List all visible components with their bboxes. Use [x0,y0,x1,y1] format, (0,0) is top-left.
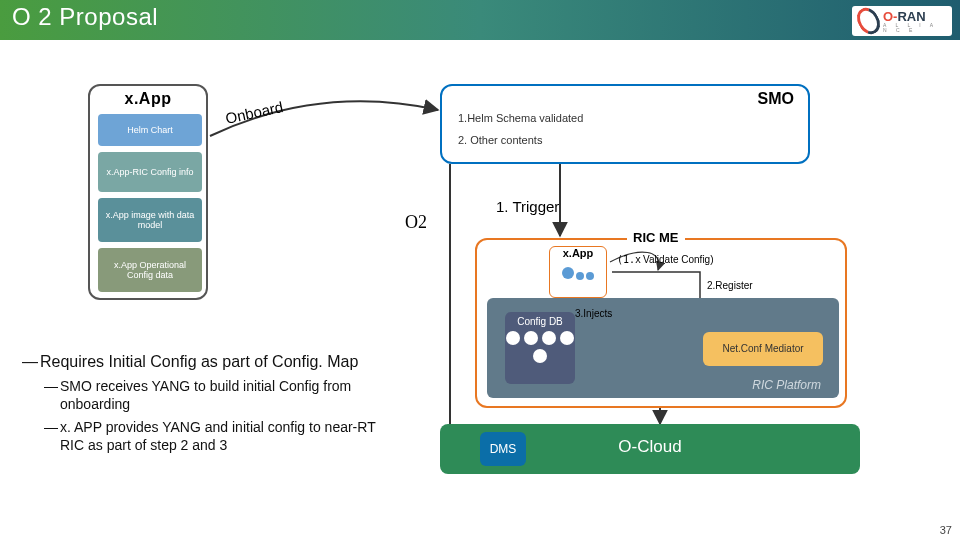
xapp-instance: x.App [549,246,607,298]
oran-logo: O-RAN A L L I A N C E [852,6,952,36]
xapp-title: x.App [90,90,206,108]
ric-platform: Config DB Net.Conf Mediator RIC Platform [487,298,839,398]
oran-logo-ring-icon [852,4,884,39]
netconf-mediator: Net.Conf Mediator [703,332,823,366]
card-xapp-ops-config: x.App Operational Config data [98,248,202,292]
narrative-main: Requires Initial Config as part of Confi… [40,352,402,372]
db-cluster-icon [505,331,575,363]
label-trigger: 1. Trigger [496,198,559,215]
card-xapp-ric-config: x.App-RIC Config info [98,152,202,192]
card-helm-chart: Helm Chart [98,114,202,146]
pod-cluster-icon [550,267,606,280]
ric-step-3: 3.Injects [575,308,612,319]
narrative-sub-a: SMO receives YANG to build initial Confi… [60,378,402,413]
ric-step-2: 2.Register [707,280,753,291]
page-number: 37 [940,524,952,536]
ric-step-1x: (1.xValidate Config) [617,254,714,265]
smo-step-1: 1.Helm Schema validated [458,112,583,124]
smo-title: SMO [758,90,794,108]
label-onboard: Onboard [224,98,285,127]
dms-box: DMS [480,432,526,466]
smo-step-2: 2. Other contents [458,134,542,146]
smo-box: SMO 1.Helm Schema validated 2. Other con… [440,84,810,164]
narrative-sub-b: x. APP provides YANG and initial config … [60,419,402,454]
slide-title: O 2 Proposal [12,3,158,31]
ric-me-box: RIC ME x.App (1.xValidate Config) 2.Regi… [475,238,847,408]
ric-me-title: RIC ME [627,230,685,245]
config-db: Config DB [505,312,575,384]
label-o2: O2 [405,212,427,233]
ric-platform-label: RIC Platform [752,378,821,392]
narrative-text: — Requires Initial Config as part of Con… [22,352,402,460]
xapp-container: x.App Helm Chart x.App-RIC Config info x… [88,84,208,300]
card-xapp-image: x.App image with data model [98,198,202,242]
